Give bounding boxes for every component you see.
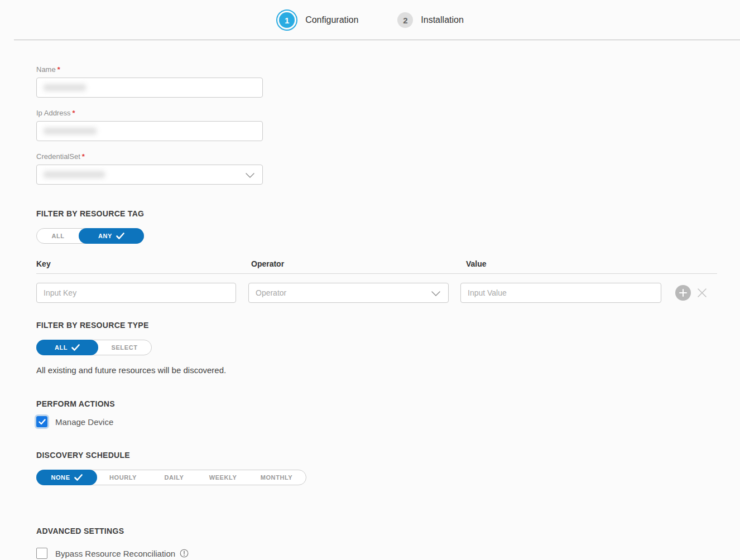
tag-filter-table: Key Operator Value Operator [36,259,717,303]
info-icon[interactable] [180,549,189,558]
check-icon [116,233,124,239]
tag-filter-input-row: Operator [36,283,717,303]
column-header-key: Key [36,259,248,268]
column-header-operator: Operator [248,259,460,268]
name-label: Name* [36,65,718,74]
ip-address-input[interactable] [36,121,263,141]
perform-actions-heading: PERFORM ACTIONS [36,399,718,408]
required-asterisk: * [72,109,75,117]
bypass-reconciliation-label: Bypass Resource Reconciliation [55,549,175,558]
operator-select[interactable]: Operator [248,283,449,303]
step-2-number: 2 [397,12,413,28]
filter-by-resource-tag-heading: FILTER BY RESOURCE TAG [36,209,718,218]
schedule-toggle-weekly[interactable]: WEEKLY [199,470,247,485]
name-input[interactable] [36,78,263,98]
required-asterisk: * [57,65,60,74]
name-field-group: Name* [36,65,718,98]
check-icon [74,474,83,481]
configuration-form: Name* Ip Address* CredentialSet* FILTER … [0,40,740,560]
chevron-down-icon [431,291,440,296]
plus-icon [679,289,687,297]
resource-type-toggle: ALL SELECT [36,340,152,355]
step-1-ring: 1 [276,9,297,31]
value-input[interactable] [460,283,661,303]
redacted-value [44,84,86,91]
check-icon [71,344,80,351]
discovery-schedule-toggle: NONE HOURLY DAILY WEEKLY MONTHLY [36,470,306,485]
bypass-reconciliation-checkbox[interactable] [36,548,47,559]
credential-set-field-group: CredentialSet* [36,152,718,185]
tag-toggle-any[interactable]: ANY [79,228,144,244]
type-toggle-all[interactable]: ALL [36,340,98,355]
resource-tag-toggle: ALL ANY [36,228,144,244]
schedule-toggle-monthly[interactable]: MONTHLY [247,470,306,485]
required-asterisk: * [82,152,85,161]
bypass-reconciliation-row: Bypass Resource Reconciliation [36,548,718,559]
add-tag-filter-button[interactable] [675,285,691,301]
ip-address-field-group: Ip Address* [36,109,718,141]
schedule-toggle-none[interactable]: NONE [36,470,97,485]
filter-by-resource-type-heading: FILTER BY RESOURCE TYPE [36,321,718,330]
wizard-stepper: 1 Configuration 2 Installation [0,0,740,40]
resource-type-description: All existing and future resources will b… [36,365,718,375]
credential-set-select[interactable] [36,165,263,185]
advanced-settings-heading: ADVANCED SETTINGS [36,527,718,535]
step-configuration[interactable]: 1 Configuration [276,9,358,31]
tag-toggle-all[interactable]: ALL [37,229,79,243]
credential-set-label: CredentialSet* [36,152,718,161]
manage-device-label: Manage Device [55,417,113,427]
tag-filter-header-row: Key Operator Value [36,259,717,274]
close-icon [696,287,708,299]
column-header-value: Value [460,259,717,268]
discovery-schedule-heading: DISCOVERY SCHEDULE [36,451,718,460]
schedule-toggle-daily[interactable]: DAILY [150,470,199,485]
step-1-number: 1 [279,12,295,28]
redacted-value [44,171,105,178]
chevron-down-icon [246,173,254,178]
step-1-label: Configuration [305,15,358,25]
manage-device-checkbox[interactable] [36,416,47,427]
ip-address-label: Ip Address* [36,109,718,117]
step-2-label: Installation [421,15,464,25]
step-installation[interactable]: 2 Installation [397,12,464,28]
remove-tag-filter-button[interactable] [696,287,708,299]
key-input[interactable] [36,283,236,303]
redacted-value [44,128,97,134]
check-icon [39,419,46,425]
tag-row-actions [675,285,708,301]
type-toggle-select[interactable]: SELECT [98,340,151,355]
schedule-toggle-hourly[interactable]: HOURLY [97,470,150,485]
manage-device-row: Manage Device [36,416,718,427]
